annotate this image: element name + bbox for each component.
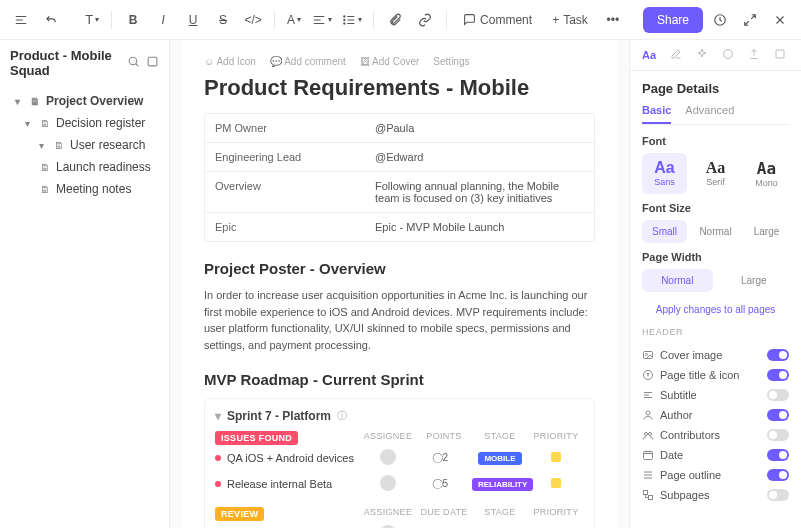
avatar xyxy=(380,475,396,491)
sidebar-item[interactable]: ▾🗎User research xyxy=(6,134,163,156)
add-icon-action[interactable]: ☺ Add Icon xyxy=(204,56,256,67)
subtab-basic[interactable]: Basic xyxy=(642,104,671,124)
info-label: PM Owner xyxy=(205,114,365,142)
tab-chat-icon[interactable] xyxy=(722,48,734,62)
font-option-sans[interactable]: AaSans xyxy=(642,153,687,194)
sprint-section: ISSUES FOUNDASSIGNEEPOINTSSTAGEPRIORITY … xyxy=(215,431,584,497)
tab-typography[interactable]: Aa xyxy=(642,49,656,61)
col-header: DUE DATE xyxy=(416,507,472,521)
sprint-row[interactable]: 3rd party integrations ⃝ 1 TESTING xyxy=(215,521,584,528)
sidebar-item-label: Project Overview xyxy=(46,94,143,108)
tab-edit-icon[interactable] xyxy=(670,48,682,62)
tab-export-icon[interactable] xyxy=(748,48,760,62)
close-icon[interactable] xyxy=(767,7,793,33)
svg-point-3 xyxy=(129,57,137,65)
page-icon: 🗎 xyxy=(38,118,52,129)
toggle-switch[interactable] xyxy=(767,349,789,361)
page-icon: 🗎 xyxy=(52,140,66,151)
subtab-advanced[interactable]: Advanced xyxy=(685,104,734,124)
col-header: ASSIGNEE xyxy=(360,507,416,521)
info-icon: ⓘ xyxy=(337,409,347,423)
list-button[interactable]: ▾ xyxy=(339,7,365,33)
bold-button[interactable]: B xyxy=(120,7,146,33)
pagewidth-large[interactable]: Large xyxy=(719,269,790,292)
font-option-serif[interactable]: AaSerif xyxy=(693,153,738,194)
info-label: Overview xyxy=(205,172,365,212)
info-value: Epic - MVP Mobile Launch xyxy=(365,213,594,241)
toggle-row-cover-image: Cover image xyxy=(642,345,789,365)
fontsize-normal[interactable]: Normal xyxy=(693,220,738,243)
document-area: ☺ Add Icon 💬 Add comment 🖼 Add Cover Set… xyxy=(170,40,629,528)
fontsize-small[interactable]: Small xyxy=(642,220,687,243)
comment-button[interactable]: Comment xyxy=(455,9,540,31)
expand-icon[interactable] xyxy=(737,7,763,33)
text-style-button[interactable]: T ▾ xyxy=(81,7,103,33)
attachment-icon[interactable] xyxy=(382,7,408,33)
align-button[interactable]: ▾ xyxy=(309,7,335,33)
col-header: PRIORITY xyxy=(528,507,584,521)
add-cover-action[interactable]: 🖼 Add Cover xyxy=(360,56,419,67)
more-icon[interactable]: ••• xyxy=(600,7,626,33)
sprint-title[interactable]: ▾ Sprint 7 - Platform ⓘ xyxy=(215,409,584,423)
undo-icon[interactable] xyxy=(38,7,64,33)
toggle-switch[interactable] xyxy=(767,369,789,381)
caret-icon: ▾ xyxy=(20,118,34,129)
sidebar-item[interactable]: 🗎Meeting notes xyxy=(6,178,163,200)
header-section-label: HEADER xyxy=(642,327,789,337)
link-icon[interactable] xyxy=(412,7,438,33)
sidebar-title: Product - Mobile Squad xyxy=(10,48,127,78)
points-cell: ⃝ 2 xyxy=(416,452,472,464)
svg-point-11 xyxy=(645,433,648,436)
strike-button[interactable]: S xyxy=(210,7,236,33)
toggle-switch[interactable] xyxy=(767,389,789,401)
underline-button[interactable]: U xyxy=(180,7,206,33)
title-icon xyxy=(642,369,654,381)
menu-icon[interactable] xyxy=(8,7,34,33)
sprint-row[interactable]: QA iOS + Android devices ⃝ 2 MOBILE xyxy=(215,445,584,471)
history-icon[interactable] xyxy=(707,7,733,33)
toggle-row-date: Date xyxy=(642,445,789,465)
toggle-label: Page title & icon xyxy=(642,369,740,381)
avatar xyxy=(380,449,396,465)
status-dot xyxy=(215,455,221,461)
toggle-switch[interactable] xyxy=(767,429,789,441)
share-button[interactable]: Share xyxy=(643,7,703,33)
toggle-switch[interactable] xyxy=(767,489,789,501)
sidebar-item[interactable]: ▾🗎Project Overview xyxy=(6,90,163,112)
toggle-row-author: Author xyxy=(642,405,789,425)
svg-rect-4 xyxy=(148,57,157,66)
col-header: ASSIGNEE xyxy=(360,431,416,445)
rpanel-tabs: Aa xyxy=(630,40,801,71)
task-button[interactable]: +Task xyxy=(544,9,596,31)
sidebar-item-label: User research xyxy=(70,138,145,152)
page-icon: 🗎 xyxy=(28,96,42,107)
sidebar-item[interactable]: 🗎Launch readiness xyxy=(6,156,163,178)
toggle-switch[interactable] xyxy=(767,409,789,421)
svg-rect-6 xyxy=(776,50,784,58)
sidebar-item[interactable]: ▾🗎Decision register xyxy=(6,112,163,134)
font-label: Font xyxy=(642,135,789,147)
caret-icon: ▾ xyxy=(34,140,48,151)
info-value: @Edward xyxy=(365,143,594,171)
toggle-switch[interactable] xyxy=(767,449,789,461)
points-cell: ⃝ 5 xyxy=(416,478,472,490)
code-button[interactable]: </> xyxy=(240,7,266,33)
apply-all-link[interactable]: Apply changes to all pages xyxy=(642,304,789,315)
sidebar-settings-icon[interactable] xyxy=(146,55,159,71)
add-comment-action[interactable]: 💬 Add comment xyxy=(270,56,346,67)
text-color-button[interactable]: A ▾ xyxy=(283,7,305,33)
pagewidth-normal[interactable]: Normal xyxy=(642,269,713,292)
search-icon[interactable] xyxy=(127,55,140,71)
right-panel: Aa Page Details Basic Advanced Font AaSa… xyxy=(629,40,801,528)
info-label: Engineering Lead xyxy=(205,143,365,171)
sprint-row[interactable]: Release internal Beta ⃝ 5 RELIABILITY xyxy=(215,471,584,497)
toggle-switch[interactable] xyxy=(767,469,789,481)
priority-flag xyxy=(551,452,561,462)
font-option-mono[interactable]: AaMono xyxy=(744,153,789,194)
settings-action[interactable]: Settings xyxy=(433,56,469,67)
fontsize-large[interactable]: Large xyxy=(744,220,789,243)
tab-more-icon[interactable] xyxy=(774,48,786,62)
tab-ai-icon[interactable] xyxy=(696,48,708,62)
italic-button[interactable]: I xyxy=(150,7,176,33)
section-tag: REVIEW xyxy=(215,507,264,521)
